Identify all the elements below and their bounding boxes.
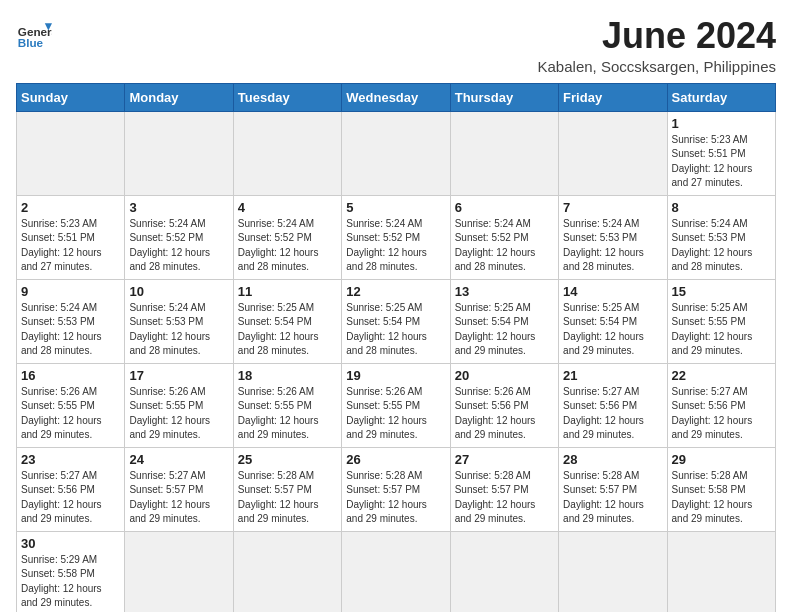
day-info: Sunrise: 5:24 AM Sunset: 5:52 PM Dayligh… — [129, 217, 228, 275]
day-number: 23 — [21, 452, 120, 467]
day-number: 24 — [129, 452, 228, 467]
day-info: Sunrise: 5:24 AM Sunset: 5:52 PM Dayligh… — [346, 217, 445, 275]
day-cell: 9Sunrise: 5:24 AM Sunset: 5:53 PM Daylig… — [17, 279, 125, 363]
day-info: Sunrise: 5:28 AM Sunset: 5:57 PM Dayligh… — [563, 469, 662, 527]
day-cell: 22Sunrise: 5:27 AM Sunset: 5:56 PM Dayli… — [667, 363, 775, 447]
day-cell: 17Sunrise: 5:26 AM Sunset: 5:55 PM Dayli… — [125, 363, 233, 447]
day-cell: 15Sunrise: 5:25 AM Sunset: 5:55 PM Dayli… — [667, 279, 775, 363]
day-info: Sunrise: 5:26 AM Sunset: 5:55 PM Dayligh… — [238, 385, 337, 443]
day-number: 2 — [21, 200, 120, 215]
day-info: Sunrise: 5:24 AM Sunset: 5:53 PM Dayligh… — [21, 301, 120, 359]
day-info: Sunrise: 5:26 AM Sunset: 5:56 PM Dayligh… — [455, 385, 554, 443]
day-info: Sunrise: 5:24 AM Sunset: 5:53 PM Dayligh… — [672, 217, 771, 275]
day-number: 22 — [672, 368, 771, 383]
day-number: 20 — [455, 368, 554, 383]
day-cell: 16Sunrise: 5:26 AM Sunset: 5:55 PM Dayli… — [17, 363, 125, 447]
day-cell: 13Sunrise: 5:25 AM Sunset: 5:54 PM Dayli… — [450, 279, 558, 363]
day-cell — [342, 531, 450, 612]
day-cell — [342, 111, 450, 195]
day-number: 5 — [346, 200, 445, 215]
day-cell: 29Sunrise: 5:28 AM Sunset: 5:58 PM Dayli… — [667, 447, 775, 531]
day-info: Sunrise: 5:24 AM Sunset: 5:53 PM Dayligh… — [563, 217, 662, 275]
day-cell: 30Sunrise: 5:29 AM Sunset: 5:58 PM Dayli… — [17, 531, 125, 612]
day-info: Sunrise: 5:26 AM Sunset: 5:55 PM Dayligh… — [129, 385, 228, 443]
day-cell: 26Sunrise: 5:28 AM Sunset: 5:57 PM Dayli… — [342, 447, 450, 531]
day-info: Sunrise: 5:28 AM Sunset: 5:57 PM Dayligh… — [238, 469, 337, 527]
day-number: 29 — [672, 452, 771, 467]
day-info: Sunrise: 5:25 AM Sunset: 5:55 PM Dayligh… — [672, 301, 771, 359]
day-cell: 20Sunrise: 5:26 AM Sunset: 5:56 PM Dayli… — [450, 363, 558, 447]
day-info: Sunrise: 5:25 AM Sunset: 5:54 PM Dayligh… — [563, 301, 662, 359]
day-cell: 10Sunrise: 5:24 AM Sunset: 5:53 PM Dayli… — [125, 279, 233, 363]
col-header-wednesday: Wednesday — [342, 83, 450, 111]
svg-text:Blue: Blue — [18, 36, 44, 49]
day-info: Sunrise: 5:28 AM Sunset: 5:57 PM Dayligh… — [346, 469, 445, 527]
day-cell: 3Sunrise: 5:24 AM Sunset: 5:52 PM Daylig… — [125, 195, 233, 279]
header-row: SundayMondayTuesdayWednesdayThursdayFrid… — [17, 83, 776, 111]
location-title: Kabalen, Soccsksargen, Philippines — [538, 58, 776, 75]
day-info: Sunrise: 5:24 AM Sunset: 5:53 PM Dayligh… — [129, 301, 228, 359]
day-cell — [233, 111, 341, 195]
col-header-friday: Friday — [559, 83, 667, 111]
month-title: June 2024 — [538, 16, 776, 56]
day-info: Sunrise: 5:25 AM Sunset: 5:54 PM Dayligh… — [238, 301, 337, 359]
day-info: Sunrise: 5:23 AM Sunset: 5:51 PM Dayligh… — [672, 133, 771, 191]
day-cell — [559, 531, 667, 612]
day-number: 28 — [563, 452, 662, 467]
col-header-thursday: Thursday — [450, 83, 558, 111]
col-header-sunday: Sunday — [17, 83, 125, 111]
week-row-2: 9Sunrise: 5:24 AM Sunset: 5:53 PM Daylig… — [17, 279, 776, 363]
day-number: 18 — [238, 368, 337, 383]
day-info: Sunrise: 5:27 AM Sunset: 5:56 PM Dayligh… — [672, 385, 771, 443]
day-info: Sunrise: 5:26 AM Sunset: 5:55 PM Dayligh… — [346, 385, 445, 443]
day-number: 30 — [21, 536, 120, 551]
day-cell: 25Sunrise: 5:28 AM Sunset: 5:57 PM Dayli… — [233, 447, 341, 531]
calendar-table: SundayMondayTuesdayWednesdayThursdayFrid… — [16, 83, 776, 612]
col-header-saturday: Saturday — [667, 83, 775, 111]
day-number: 19 — [346, 368, 445, 383]
day-cell — [17, 111, 125, 195]
week-row-0: 1Sunrise: 5:23 AM Sunset: 5:51 PM Daylig… — [17, 111, 776, 195]
day-number: 8 — [672, 200, 771, 215]
day-cell — [667, 531, 775, 612]
day-info: Sunrise: 5:27 AM Sunset: 5:56 PM Dayligh… — [21, 469, 120, 527]
day-number: 27 — [455, 452, 554, 467]
day-cell: 8Sunrise: 5:24 AM Sunset: 5:53 PM Daylig… — [667, 195, 775, 279]
day-number: 10 — [129, 284, 228, 299]
day-number: 26 — [346, 452, 445, 467]
day-info: Sunrise: 5:28 AM Sunset: 5:58 PM Dayligh… — [672, 469, 771, 527]
day-cell — [125, 111, 233, 195]
day-number: 4 — [238, 200, 337, 215]
day-cell: 27Sunrise: 5:28 AM Sunset: 5:57 PM Dayli… — [450, 447, 558, 531]
week-row-1: 2Sunrise: 5:23 AM Sunset: 5:51 PM Daylig… — [17, 195, 776, 279]
day-cell: 5Sunrise: 5:24 AM Sunset: 5:52 PM Daylig… — [342, 195, 450, 279]
day-number: 6 — [455, 200, 554, 215]
header: General Blue June 2024 Kabalen, Soccsksa… — [16, 16, 776, 75]
day-cell: 2Sunrise: 5:23 AM Sunset: 5:51 PM Daylig… — [17, 195, 125, 279]
day-cell — [233, 531, 341, 612]
day-number: 9 — [21, 284, 120, 299]
day-cell: 18Sunrise: 5:26 AM Sunset: 5:55 PM Dayli… — [233, 363, 341, 447]
day-cell: 21Sunrise: 5:27 AM Sunset: 5:56 PM Dayli… — [559, 363, 667, 447]
day-info: Sunrise: 5:29 AM Sunset: 5:58 PM Dayligh… — [21, 553, 120, 611]
day-cell: 11Sunrise: 5:25 AM Sunset: 5:54 PM Dayli… — [233, 279, 341, 363]
day-number: 16 — [21, 368, 120, 383]
day-info: Sunrise: 5:28 AM Sunset: 5:57 PM Dayligh… — [455, 469, 554, 527]
col-header-monday: Monday — [125, 83, 233, 111]
day-number: 25 — [238, 452, 337, 467]
week-row-3: 16Sunrise: 5:26 AM Sunset: 5:55 PM Dayli… — [17, 363, 776, 447]
day-cell: 6Sunrise: 5:24 AM Sunset: 5:52 PM Daylig… — [450, 195, 558, 279]
day-info: Sunrise: 5:24 AM Sunset: 5:52 PM Dayligh… — [455, 217, 554, 275]
day-cell — [450, 531, 558, 612]
day-cell — [559, 111, 667, 195]
day-cell — [450, 111, 558, 195]
day-cell: 12Sunrise: 5:25 AM Sunset: 5:54 PM Dayli… — [342, 279, 450, 363]
day-info: Sunrise: 5:25 AM Sunset: 5:54 PM Dayligh… — [455, 301, 554, 359]
day-number: 1 — [672, 116, 771, 131]
day-number: 3 — [129, 200, 228, 215]
week-row-4: 23Sunrise: 5:27 AM Sunset: 5:56 PM Dayli… — [17, 447, 776, 531]
day-cell — [125, 531, 233, 612]
day-cell: 1Sunrise: 5:23 AM Sunset: 5:51 PM Daylig… — [667, 111, 775, 195]
title-area: June 2024 Kabalen, Soccsksargen, Philipp… — [538, 16, 776, 75]
col-header-tuesday: Tuesday — [233, 83, 341, 111]
